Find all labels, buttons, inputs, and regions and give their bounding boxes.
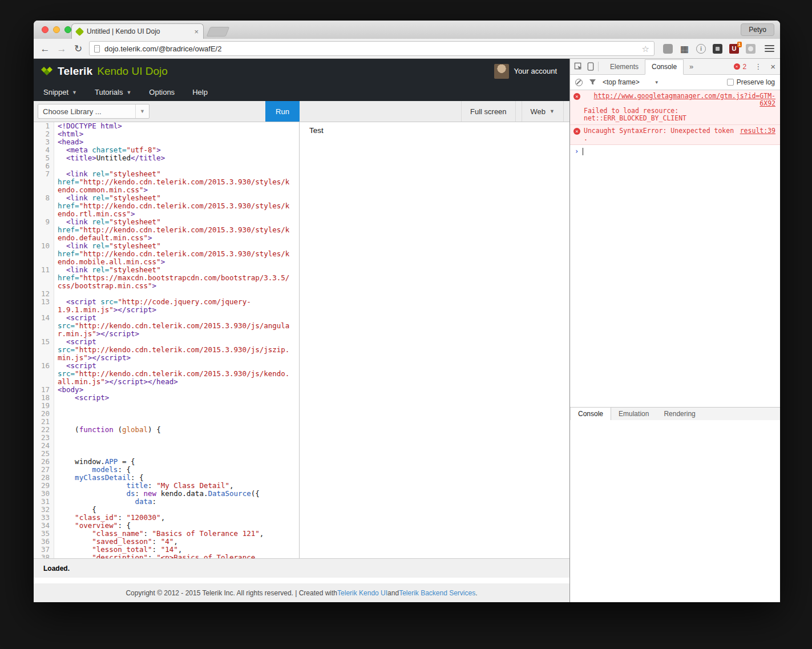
code-token[interactable]: ></script></head> <box>105 377 178 386</box>
code-line[interactable]: 36 "saved_lesson": "4", <box>34 538 299 546</box>
code-text[interactable] <box>54 434 292 442</box>
code-token[interactable]: "120030" <box>126 513 160 522</box>
code-token[interactable]: <script <box>66 297 96 306</box>
devtools-tab-elements[interactable]: Elements <box>604 59 645 75</box>
code-token[interactable] <box>161 217 165 226</box>
code-line[interactable]: 29 title: "My Class Detail", <box>34 482 299 490</box>
code-token[interactable]: rel= <box>92 217 109 226</box>
code-token[interactable]: rel= <box>92 241 109 250</box>
chevron-down-icon[interactable]: ▼ <box>135 104 149 118</box>
code-text[interactable]: <link rel="stylesheet" href="http://kend… <box>54 194 292 218</box>
code-token[interactable]: <link <box>66 241 88 250</box>
address-bar[interactable]: dojo.telerik.com/@bradrice/owafE/2 ☆ <box>89 41 655 56</box>
code-token[interactable]: ({ <box>251 489 260 498</box>
code-line[interactable]: 19 <box>34 402 299 410</box>
code-token[interactable]: ></script> <box>96 329 139 338</box>
backend-services-link[interactable]: Telerik Backend Services <box>399 589 475 597</box>
code-line[interactable]: 3<head> <box>34 138 299 146</box>
code-text[interactable]: models: { <box>54 466 292 474</box>
code-text[interactable] <box>54 410 292 418</box>
code-line[interactable]: 35 "class_name": "Basics of Tolerance 12… <box>34 530 299 538</box>
code-token[interactable]: href= <box>58 178 79 186</box>
code-token[interactable]: href= <box>58 225 79 234</box>
code-line[interactable]: 33 "class_id": "120030", <box>34 514 299 522</box>
code-text[interactable]: <meta charset="utf-8"> <box>54 146 292 154</box>
code-token[interactable]: <script <box>66 361 96 370</box>
preserve-log-control[interactable]: Preserve log <box>727 78 775 86</box>
code-token[interactable]: , <box>173 537 178 546</box>
code-line[interactable]: 12 <box>34 290 299 298</box>
url-text[interactable]: dojo.telerik.com/@bradrice/owafE/2 <box>104 45 221 53</box>
code-token[interactable] <box>58 297 66 306</box>
code-line[interactable]: 4 <meta charset="utf-8"> <box>34 146 299 154</box>
code-text[interactable]: ds: new kendo.data.DataSource({ <box>54 490 292 498</box>
code-token[interactable] <box>58 393 75 402</box>
code-line[interactable]: 17<body> <box>34 386 299 394</box>
code-token[interactable]: > <box>152 281 157 290</box>
code-token[interactable] <box>58 553 92 558</box>
browser-tab[interactable]: Untitled | Kendo UI Dojo × <box>71 23 204 39</box>
code-token[interactable]: "description" <box>92 553 148 558</box>
code-text[interactable]: "lesson_total": "14", <box>54 546 292 554</box>
code-text[interactable] <box>54 442 292 450</box>
kendo-ui-link[interactable]: Telerik Kendo UI <box>337 589 387 597</box>
gray-extension-icon[interactable] <box>746 44 756 54</box>
code-token[interactable] <box>58 465 92 474</box>
code-token[interactable]: > <box>156 146 161 154</box>
error-source-link[interactable]: http://www.googletagmanager.com/gtm.js?i… <box>584 92 775 107</box>
back-icon[interactable]: ← <box>39 44 51 54</box>
web-dropdown[interactable]: Web▼ <box>522 101 564 122</box>
code-text[interactable]: data: <box>54 498 292 506</box>
account-area[interactable]: Your account <box>494 64 557 79</box>
code-token[interactable]: src= <box>100 297 118 306</box>
code-token[interactable]: models <box>92 465 118 474</box>
code-token[interactable]: : <box>152 537 161 546</box>
code-text[interactable]: <html> <box>54 130 292 138</box>
code-line[interactable]: 32 { <box>34 506 299 514</box>
code-token[interactable]: "stylesheet" <box>109 241 160 250</box>
code-token[interactable]: , <box>260 529 264 538</box>
code-token[interactable]: <!DOCTYPE html> <box>58 122 122 130</box>
code-token[interactable] <box>58 497 135 506</box>
code-text[interactable] <box>54 162 292 170</box>
error-count[interactable]: 2 <box>743 63 747 71</box>
code-line[interactable]: 31 data: <box>34 498 299 506</box>
code-token[interactable]: = { <box>118 457 135 466</box>
code-editor[interactable]: 1<!DOCTYPE html>2<html>3<head>4 <meta ch… <box>34 122 300 558</box>
code-token[interactable]: : <box>148 553 156 558</box>
more-tabs-icon[interactable]: » <box>689 62 693 71</box>
code-token[interactable] <box>161 170 165 178</box>
kebab-menu-icon[interactable]: ⋮ <box>754 62 762 71</box>
brand-telerik[interactable]: Telerik <box>58 65 92 78</box>
reload-icon[interactable]: ↻ <box>72 44 84 54</box>
code-token[interactable]: "saved_lesson" <box>92 537 152 546</box>
code-line[interactable]: 9 <link rel="stylesheet" href="http://ke… <box>34 218 299 242</box>
code-text[interactable]: <title>Untitled</title> <box>54 154 292 162</box>
code-token[interactable]: { <box>58 505 96 514</box>
code-token[interactable]: : <box>135 489 143 498</box>
code-text[interactable]: <head> <box>54 138 292 146</box>
code-token[interactable]: "http://kendo.cdn.telerik.com/2015.3.930… <box>58 249 289 266</box>
code-text[interactable]: title: "My Class Detail", <box>54 482 292 490</box>
code-token[interactable] <box>58 265 66 274</box>
code-line[interactable]: 28 myClassDetail: { <box>34 474 299 482</box>
code-token[interactable]: DataSource <box>208 489 251 498</box>
drawer-tab-console[interactable]: Console <box>570 408 611 420</box>
code-token[interactable] <box>58 217 66 226</box>
code-text[interactable]: "class_name": "Basics of Tolerance 121", <box>54 530 292 538</box>
code-token[interactable]: "http://kendo.cdn.telerik.com/2015.3.930… <box>58 201 289 218</box>
code-token[interactable] <box>58 481 126 490</box>
code-token[interactable]: <link <box>66 217 88 226</box>
code-token[interactable]: <script <box>66 313 96 322</box>
code-token[interactable]: > <box>161 257 165 266</box>
code-line[interactable]: 21 <box>34 418 299 426</box>
code-token[interactable]: <script> <box>75 393 109 402</box>
tab-close-icon[interactable]: × <box>194 28 199 35</box>
code-text[interactable]: <!DOCTYPE html> <box>54 122 292 130</box>
your-account-link[interactable]: Your account <box>514 67 557 75</box>
code-token[interactable]: href= <box>58 201 79 210</box>
code-text[interactable]: <link rel="stylesheet" href="http://kend… <box>54 242 292 266</box>
code-line[interactable]: 37 "lesson_total": "14", <box>34 546 299 554</box>
brand-product[interactable]: Kendo UI Dojo <box>97 65 168 78</box>
code-token[interactable] <box>58 154 66 162</box>
